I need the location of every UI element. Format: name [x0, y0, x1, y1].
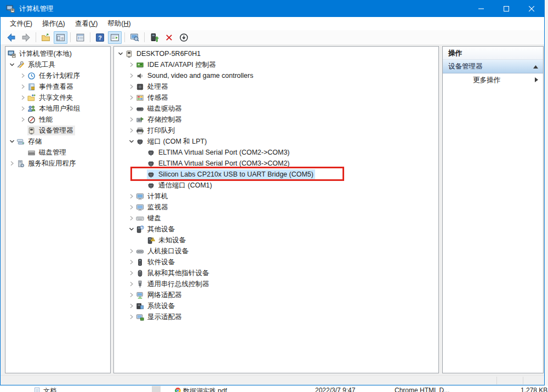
background-sidebar-item[interactable]: 文档	[43, 387, 56, 392]
expand-arrow-icon[interactable]	[127, 106, 136, 111]
device-tree-row[interactable]: 监视器	[114, 202, 438, 213]
expand-arrow-icon[interactable]	[19, 117, 27, 122]
expand-arrow-icon[interactable]	[127, 95, 136, 100]
expand-arrow-icon[interactable]	[127, 270, 136, 276]
expand-arrow-icon[interactable]	[127, 281, 136, 287]
serial-port-icon	[147, 181, 157, 190]
expand-arrow-icon[interactable]	[127, 194, 136, 199]
collapse-arrow-icon[interactable]	[8, 62, 16, 67]
device-tree-row[interactable]: 未知设备	[114, 235, 438, 246]
device-tree-row[interactable]: Sound, video and game controllers	[114, 70, 438, 81]
sidebar-tree-row[interactable]: 系统工具	[5, 59, 110, 70]
background-file-name[interactable]: 数据湖实践.pdf	[183, 387, 227, 392]
sidebar-tree-row[interactable]: 计算机管理(本地)	[5, 48, 110, 59]
menu-view[interactable]: 查看(V)	[70, 18, 103, 30]
expand-arrow-icon[interactable]	[127, 215, 136, 221]
sidebar-tree-row[interactable]: 本地用户和组	[5, 103, 110, 114]
device-tree-row[interactable]: 存储控制器	[114, 114, 438, 125]
show-console-tree-button[interactable]	[54, 31, 67, 44]
back-button[interactable]	[4, 31, 18, 44]
sidebar-tree-row[interactable]: 存储	[5, 136, 110, 147]
red-x-icon	[164, 33, 174, 42]
show-action-pane-button[interactable]	[108, 31, 122, 44]
device-tree-row[interactable]: 磁盘驱动器	[114, 103, 438, 114]
sidebar-tree-row[interactable]: 共享文件夹	[5, 92, 110, 103]
expand-arrow-icon[interactable]	[127, 314, 136, 320]
device-tree-row[interactable]: Silicon Labs CP210x USB to UART Bridge (…	[114, 169, 438, 180]
device-tree-row[interactable]: 处理器	[114, 81, 438, 92]
expand-arrow-icon[interactable]	[127, 117, 136, 122]
action-pane-more-actions[interactable]: 更多操作	[443, 73, 543, 87]
device-tree-row[interactable]: 系统设备	[114, 300, 438, 311]
menu-help[interactable]: 帮助(H)	[102, 18, 135, 30]
background-window-strip: 文档 数据湖实践.pdf 2022/3/7 9:47 Chrome HTML D…	[0, 386, 548, 392]
expand-arrow-icon[interactable]	[8, 161, 16, 166]
console-content: 计算机管理(本地)系统工具任务计划程序事件查看器共享文件夹本地用户和组性能设备管…	[1, 45, 544, 375]
minimize-button[interactable]	[469, 1, 494, 17]
expand-arrow-icon[interactable]	[127, 84, 136, 89]
expand-arrow-icon[interactable]	[127, 204, 136, 210]
expand-arrow-icon[interactable]	[127, 292, 136, 298]
performance-icon	[27, 116, 37, 124]
uninstall-device-button[interactable]	[162, 31, 176, 44]
device-tree-row[interactable]: 通信端口 (COM1)	[114, 180, 438, 191]
sidebar-tree-row[interactable]: 事件查看器	[5, 81, 110, 92]
action-pane-section-device-manager[interactable]: 设备管理器	[443, 60, 543, 73]
expand-arrow-icon[interactable]	[19, 84, 27, 89]
device-tree-row[interactable]: 传感器	[114, 92, 438, 103]
device-tree-row[interactable]: 端口 (COM 和 LPT)	[114, 136, 438, 147]
device-tree-row[interactable]: 键盘	[114, 213, 438, 224]
collapse-arrow-icon[interactable]	[116, 51, 125, 56]
menu-action[interactable]: 操作(A)	[37, 18, 70, 30]
expand-arrow-icon[interactable]	[19, 95, 27, 100]
properties-button[interactable]	[73, 31, 87, 44]
expand-arrow-icon[interactable]	[127, 128, 136, 133]
expand-arrow-icon[interactable]	[127, 259, 136, 265]
device-tree-row[interactable]: 网络适配器	[114, 289, 438, 300]
tree-item-label: 磁盘驱动器	[146, 104, 184, 113]
sidebar-tree-row[interactable]: 服务和应用程序	[5, 158, 110, 169]
collapse-arrow-icon[interactable]	[127, 139, 136, 144]
scan-hardware-button[interactable]	[177, 31, 191, 44]
device-tree-row[interactable]: 计算机	[114, 191, 438, 202]
sidebar-tree-row[interactable]: 性能	[5, 114, 110, 125]
console-tree-pane: 计算机管理(本地)系统工具任务计划程序事件查看器共享文件夹本地用户和组性能设备管…	[5, 46, 111, 373]
export-list-button[interactable]	[39, 31, 53, 44]
device-tree-row[interactable]: 打印队列	[114, 125, 438, 136]
expand-arrow-icon[interactable]	[127, 62, 136, 67]
expand-arrow-icon[interactable]	[127, 73, 136, 78]
sidebar-tree-row[interactable]: 磁盘管理	[5, 147, 110, 158]
expand-arrow-icon[interactable]	[19, 106, 27, 111]
device-tree-row[interactable]: 人机接口设备	[114, 246, 438, 257]
device-tree-row[interactable]: 通用串行总线控制器	[114, 279, 438, 289]
background-file-type: Chrome HTML D...	[395, 387, 449, 392]
device-tree-row[interactable]: 鼠标和其他指针设备	[114, 268, 438, 279]
maximize-button[interactable]	[494, 1, 519, 17]
device-tree-row[interactable]: 软件设备	[114, 257, 438, 268]
close-button[interactable]	[519, 1, 544, 17]
device-tree-row[interactable]: DESKTOP-5R6F0H1	[114, 48, 438, 59]
device-tree-row[interactable]: ELTIMA Virtual Serial Port (COM3->COM2)	[114, 158, 438, 169]
device-tree-row[interactable]: 显示适配器	[114, 311, 438, 322]
chevron-up-icon[interactable]	[533, 63, 538, 70]
devices-view-button[interactable]	[128, 31, 141, 44]
minimize-icon	[478, 4, 484, 14]
tree-item: IDE ATA/ATAPI 控制器	[136, 60, 218, 70]
sidebar-tree-row[interactable]: 任务计划程序	[5, 70, 110, 81]
expand-arrow-icon[interactable]	[127, 248, 136, 254]
forward-button[interactable]	[19, 31, 33, 44]
expand-arrow-icon[interactable]	[19, 73, 27, 78]
device-tree-row[interactable]: ?其他设备	[114, 224, 438, 235]
device-tree-row[interactable]: IDE ATA/ATAPI 控制器	[114, 59, 438, 70]
device-tree-row[interactable]: ELTIMA Virtual Serial Port (COM2->COM3)	[114, 147, 438, 158]
device-manager-icon	[27, 127, 37, 135]
processor-icon	[136, 83, 146, 91]
expand-arrow-icon[interactable]	[127, 303, 136, 309]
services-icon	[16, 160, 26, 168]
menu-file[interactable]: 文件(F)	[5, 18, 37, 30]
collapse-arrow-icon[interactable]	[8, 139, 16, 144]
update-driver-button[interactable]	[147, 31, 161, 44]
collapse-arrow-icon[interactable]	[127, 226, 136, 232]
sidebar-tree-row[interactable]: 设备管理器	[5, 125, 110, 136]
help-button[interactable]: ?	[93, 31, 107, 44]
